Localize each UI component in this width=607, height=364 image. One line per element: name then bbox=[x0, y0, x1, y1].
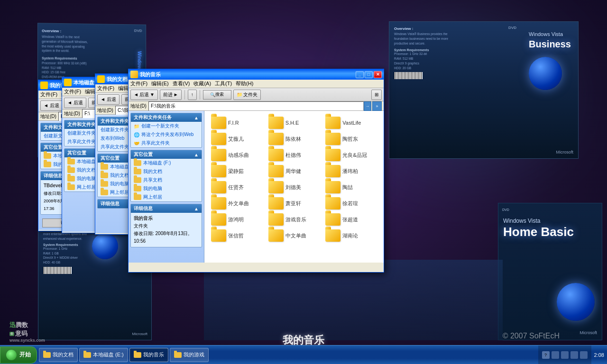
taskbar-btn-label-1: 本地磁盘 (E:) bbox=[93, 351, 124, 358]
file-item-8[interactable]: 光良&品冠 bbox=[323, 148, 379, 162]
taskbar-btn-3[interactable]: 我的游戏 bbox=[170, 348, 209, 362]
menu-file-bg1[interactable]: 文件(F) bbox=[97, 85, 114, 92]
folder-icon-14 bbox=[325, 181, 340, 193]
task-share[interactable]: 🤝 共享此文件夹 bbox=[131, 139, 202, 147]
addr-go-btn[interactable]: → bbox=[364, 101, 371, 111]
menu-file-bg3[interactable]: 文件(F) bbox=[40, 91, 57, 98]
addr-label-bg2: 地址(D) bbox=[64, 110, 80, 117]
file-item-4[interactable]: 陈依林 bbox=[267, 132, 322, 146]
vista-info-br: Windows Vista Home Basic bbox=[503, 218, 597, 239]
place-shared-docs[interactable]: 共享文档 bbox=[131, 176, 202, 184]
back-btn-bg1[interactable]: ◄ 后退 bbox=[97, 94, 120, 105]
music-up-btn[interactable]: ↑ bbox=[188, 90, 197, 100]
menu-view[interactable]: 查看(V) bbox=[173, 80, 190, 87]
menu-file[interactable]: 文件(F) bbox=[130, 80, 147, 87]
desktop: Overview : Windows Vista® is the next ge… bbox=[0, 0, 607, 364]
music-close-btn[interactable]: ✕ bbox=[374, 71, 382, 78]
file-item-5[interactable]: 陶哲东 bbox=[323, 132, 379, 146]
folder-icon-20 bbox=[325, 213, 340, 226]
music-back-btn[interactable]: ◄ 后退 ▼ bbox=[130, 90, 158, 100]
file-item-10[interactable]: 周华健 bbox=[267, 164, 322, 178]
file-item-20[interactable]: 张超道 bbox=[323, 212, 379, 227]
systray-help-icon[interactable]: ? bbox=[542, 351, 550, 359]
menu-help[interactable]: 帮助(H) bbox=[236, 80, 253, 87]
file-item-0[interactable]: F.I.R bbox=[209, 116, 265, 130]
music-fwd-btn[interactable]: 前进 ► bbox=[160, 90, 182, 100]
file-item-9[interactable]: 梁静茹 bbox=[209, 164, 265, 178]
menu-fav[interactable]: 收藏(A) bbox=[193, 80, 211, 87]
file-item-16[interactable]: 萧亚轩 bbox=[267, 196, 322, 210]
music-folders-btn[interactable]: 📁 文件夹 bbox=[233, 90, 261, 100]
title-icon-bg2 bbox=[64, 79, 72, 86]
taskbar-btn-2[interactable]: 我的音乐 bbox=[129, 348, 168, 362]
file-item-13[interactable]: 刘德美 bbox=[267, 180, 322, 194]
task-publish-web[interactable]: 🌐 将这个文件夹发布到Web bbox=[131, 130, 202, 139]
fi-mydocs bbox=[134, 169, 141, 174]
file-item-11[interactable]: 潘玮柏 bbox=[323, 164, 379, 178]
edition-br: Home Basic bbox=[503, 225, 597, 239]
menu-file-bg2[interactable]: 文件(F) bbox=[64, 88, 81, 95]
dvd-box-top-right: Overview : Windows Vista® Business provi… bbox=[389, 21, 579, 159]
file-item-18[interactable]: 游鸿明 bbox=[209, 212, 265, 227]
file-item-6[interactable]: 动感乐曲 bbox=[209, 148, 265, 162]
taskbar-folder-icon-1 bbox=[83, 352, 91, 358]
music-max-btn[interactable]: □ bbox=[365, 71, 373, 78]
file-item-23[interactable]: 湖南论 bbox=[323, 228, 379, 243]
folder-icon-6 bbox=[211, 149, 226, 161]
brand-logo: 迅腾数 ® 意码 www.syncks.com bbox=[9, 321, 45, 343]
fi-4-bg1 bbox=[101, 190, 108, 195]
folder-icon-0 bbox=[211, 117, 226, 129]
title-text-bg1: 我的文档 bbox=[107, 76, 128, 83]
folder-icon-docs-bg3 bbox=[44, 162, 51, 167]
file-item-22[interactable]: 中文单曲 bbox=[267, 228, 322, 243]
folder-icon-17 bbox=[325, 197, 340, 209]
file-item-1[interactable]: S.H.E bbox=[267, 116, 322, 130]
file-item-19[interactable]: 游戏音乐 bbox=[267, 212, 322, 227]
overview-text-tr: Windows Vista® Business provides the fou… bbox=[394, 32, 451, 46]
file-item-17[interactable]: 徐若瑄 bbox=[323, 196, 379, 210]
folder-icon-1 bbox=[268, 117, 284, 129]
file-item-3[interactable]: 艾薇儿 bbox=[209, 132, 265, 146]
brand-part1: 迅 bbox=[9, 321, 16, 328]
file-item-15[interactable]: 外文单曲 bbox=[209, 196, 265, 210]
music-address-path[interactable]: F:\我的音乐 bbox=[148, 101, 364, 111]
file-item-12[interactable]: 任贤齐 bbox=[209, 180, 265, 194]
file-label-2: VastLife bbox=[342, 120, 361, 126]
task-label-create: 创建一个新文件夹 bbox=[141, 123, 179, 129]
addr-extra-btn[interactable]: » bbox=[372, 101, 382, 111]
back-btn-bg3[interactable]: ◄ 后退 bbox=[40, 100, 63, 111]
start-button[interactable]: 开始 bbox=[0, 346, 37, 364]
place-my-docs[interactable]: 我的文档 bbox=[131, 167, 202, 176]
systray-lang-icon[interactable] bbox=[580, 351, 588, 359]
menu-tools[interactable]: 工具(T) bbox=[215, 80, 232, 87]
detail-name: 我的音乐 bbox=[134, 216, 153, 221]
file-item-2[interactable]: VastLife bbox=[323, 116, 379, 130]
systray-security-icon[interactable] bbox=[570, 351, 578, 359]
place-local-disk[interactable]: 本地磁盘 (F:) bbox=[131, 159, 202, 167]
file-item-14[interactable]: 陶喆 bbox=[323, 180, 379, 194]
task-create-folder[interactable]: 📁 创建一个新文件夹 bbox=[131, 122, 202, 130]
back-btn-bg2[interactable]: ◄ 后退 bbox=[64, 98, 86, 108]
fi-3-bg1 bbox=[101, 181, 108, 187]
folder-icon-places-bg3 bbox=[44, 153, 51, 159]
systray-volume-icon[interactable] bbox=[561, 351, 569, 359]
music-min-btn[interactable]: _ bbox=[356, 71, 364, 78]
overview-text-tl: Windows Vista® is the next generation of… bbox=[42, 35, 90, 54]
menu-edit[interactable]: 编辑(E) bbox=[151, 80, 169, 87]
windows-line-tr: Windows Vista bbox=[529, 31, 571, 37]
microsoft-tr: Microsoft bbox=[556, 150, 573, 155]
place-network[interactable]: 网上邻居 bbox=[131, 193, 202, 201]
place-my-pc[interactable]: 我的电脑 bbox=[131, 184, 202, 193]
file-item-7[interactable]: 杜德伟 bbox=[267, 148, 322, 162]
file-label-1: S.H.E bbox=[285, 120, 299, 126]
file-tasks-header: 文件和文件夹任务 ▲ bbox=[131, 113, 202, 122]
systray-network-icon[interactable] bbox=[552, 351, 559, 359]
taskbar-btn-1[interactable]: 本地磁盘 (E:) bbox=[79, 348, 128, 362]
music-search-btn[interactable]: 🔍 搜索 bbox=[203, 90, 231, 100]
file-item-21[interactable]: 张信哲 bbox=[209, 228, 265, 243]
back-dropdown-icon: ▼ bbox=[150, 92, 155, 97]
view-mode-btn[interactable]: ⊞ bbox=[371, 90, 382, 100]
sys-req-text-bl: Processor: 1 GHzRAM: 1 GBDirectX 9 + WDD… bbox=[43, 246, 95, 265]
detail-type: 文件夹 bbox=[134, 223, 148, 228]
taskbar-btn-0[interactable]: 我的文档 bbox=[39, 348, 78, 362]
